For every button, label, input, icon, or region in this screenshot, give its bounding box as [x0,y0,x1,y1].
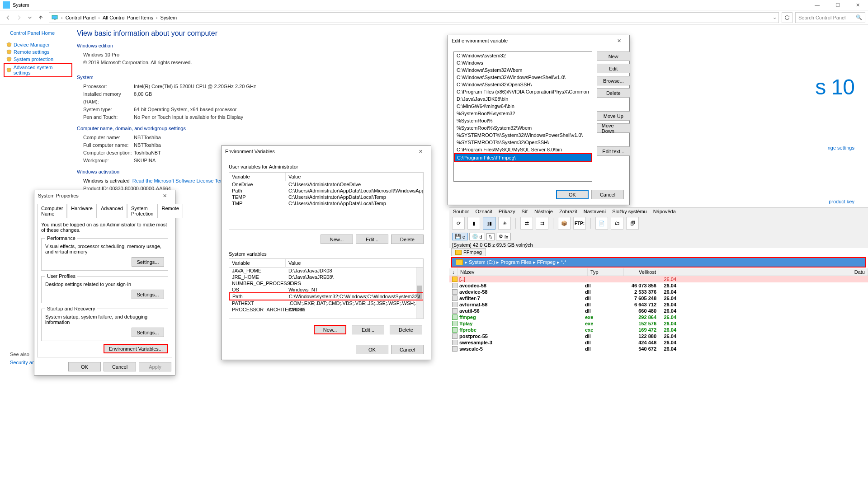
folder-tab[interactable]: FFmpeg [451,248,486,256]
user-edit-button[interactable]: Edit... [356,235,388,244]
col-variable[interactable]: Variable [229,259,286,267]
list-item[interactable]: OSWindows_NT [229,286,423,293]
path-item[interactable]: C:\Windows [454,59,592,66]
crumb-item[interactable]: All Control Panel Items [103,15,153,20]
menu-item[interactable]: Složky systému [612,209,646,214]
change-settings-link[interactable]: nge settings [828,145,854,150]
drive-d-button[interactable]: 💿 d [469,233,485,240]
cancel-button[interactable]: Cancel [591,190,624,199]
path-list[interactable]: C:\Windows\system32C:\WindowsC:\Windows\… [453,52,592,182]
file-row[interactable]: avformat-58dll6 643 71226.04 [449,301,868,308]
tab-remote[interactable]: Remote [157,204,183,218]
menu-item[interactable]: Nastavení [584,209,606,214]
file-row[interactable]: avdevice-58dll2 533 37626.04 [449,289,868,295]
environment-variables-button[interactable]: Environment Variables... [104,344,168,353]
sidebar-item-remote-settings[interactable]: Remote settings [6,48,72,56]
ftp-button[interactable]: FTP: [573,217,586,230]
path-movedown-button[interactable]: Move Down [597,123,630,133]
path-edittext-button[interactable]: Edit text... [597,146,630,156]
path-item-editing[interactable] [454,153,592,162]
history-dropdown[interactable] [24,12,35,23]
file-row[interactable]: ffprobeexe169 47226.04 [449,327,868,333]
sidebar-item-device-manager[interactable]: Device Manager [6,41,72,48]
menu-item[interactable]: Nápověda [653,209,676,214]
crumb-item[interactable]: Control Panel [66,15,96,20]
path-new-button[interactable]: New [597,52,630,61]
path-item[interactable]: C:\MinGW64\mingw64\bin [454,103,592,110]
maximize-button[interactable]: ☐ [827,0,848,10]
close-icon[interactable]: ✕ [612,38,626,44]
ok-button[interactable]: OK [556,190,589,199]
path-item[interactable]: %SYSTEMROOT%\System32\WindowsPowerShell\… [454,131,592,139]
list-item[interactable]: JRE_HOMED:\Java\JavaJRE08\ [229,274,423,280]
path-moveup-button[interactable]: Move Up [597,111,630,121]
ok-button[interactable]: OK [356,345,388,354]
col-type[interactable]: Typ [588,268,624,276]
file-row[interactable]: swscale-5dll540 67226.04 [449,346,868,352]
list-item[interactable]: JAVA_HOMED:\Java\JavaJDK08 [229,267,423,274]
swap-icon[interactable]: ⇄ [520,217,533,230]
list-item[interactable]: PathC:\Windows\system32;C:\Windows;C:\Wi… [229,292,424,300]
close-icon[interactable]: ✕ [414,149,427,155]
path-edit-input[interactable] [455,154,591,161]
copy-icon[interactable]: 🗐 [626,217,639,230]
path-item[interactable]: %SystemRoot%\System32\Wbem [454,124,592,131]
sys-new-button[interactable]: New... [314,325,346,334]
path-edit-button[interactable]: Edit [597,64,630,73]
path-item[interactable]: C:\Windows\system32 [454,52,592,59]
crumb-item[interactable]: System [160,15,177,20]
profiles-settings-button[interactable]: Settings... [132,290,164,299]
tab-advanced[interactable]: Advanced [97,204,127,218]
sys-edit-button[interactable]: Edit... [352,325,384,334]
list-item[interactable]: PROCESSOR_ARCHITECTUREAMD64 [229,306,423,313]
apply-button[interactable]: Apply [139,362,171,371]
ok-button[interactable]: OK [68,362,101,371]
startup-settings-button[interactable]: Settings... [132,328,164,337]
col-size[interactable]: Velikost [624,268,659,276]
search-input[interactable]: Search Control Panel 🔍 [795,12,865,23]
menu-item[interactable]: Síť [521,209,528,214]
file-list[interactable]: [..]26.04avcodec-58dll46 073 85626.04avd… [449,276,868,352]
col-date[interactable]: Datu [659,268,868,276]
equal-icon[interactable]: ⇉ [536,217,548,230]
tab-computer-name[interactable]: Computer Name [37,204,67,218]
forward-button[interactable] [14,12,24,23]
back-button[interactable] [3,12,14,23]
path-item[interactable]: C:\Program Files (x86)\NVIDIA Corporatio… [454,88,592,95]
zip-icon[interactable]: 📦 [558,217,571,230]
minimize-button[interactable]: — [807,0,827,10]
list-item[interactable]: TMPC:\Users\Administrator\AppData\Local\… [229,200,423,206]
menu-item[interactable]: Označit [475,209,492,214]
view-split-icon[interactable]: ▯▮ [483,217,495,230]
view-icon[interactable]: ▮ [467,217,480,230]
tab-system-protection[interactable]: System Protection [127,204,158,218]
file-row[interactable]: ffplayexe152 57626.04 [449,320,868,327]
path-item[interactable]: %SYSTEMROOT%\System32\OpenSSH\ [454,139,592,146]
list-item[interactable]: PATHEXT.COM;.EXE;.BAT;.CMD;.VBS;.VBE;.JS… [229,300,423,306]
sidebar-item-advanced-settings[interactable]: Advanced system settings [4,63,72,77]
notepad-icon[interactable]: 📄 [595,217,608,230]
file-row[interactable]: swresample-3dll424 44826.04 [449,339,868,346]
breadcrumb[interactable]: › Control Panel › All Control Panel Item… [49,12,779,23]
path-item[interactable]: C:\Windows\System32\OpenSSH\ [454,81,592,88]
file-row[interactable]: avutil-56dll660 48026.04 [449,308,868,314]
menu-item[interactable]: Zobrazit [559,209,577,214]
sys-delete-button[interactable]: Delete [390,325,422,334]
col-value[interactable]: Value [286,173,423,181]
user-new-button[interactable]: New... [321,235,353,244]
user-vars-list[interactable]: OneDriveC:\Users\Administrator\OneDriveP… [229,181,424,230]
refresh-button[interactable] [782,12,793,23]
close-button[interactable]: ✕ [848,0,868,10]
performance-settings-button[interactable]: Settings... [132,257,164,267]
path-delete-button[interactable]: Delete [597,88,630,98]
cancel-button[interactable]: Cancel [391,345,424,354]
drive-c-button[interactable]: 💾 c [452,233,468,240]
cancel-button[interactable]: Cancel [104,362,136,371]
drive-network-button[interactable]: \\ [486,233,495,240]
file-row[interactable]: avcodec-58dll46 073 85626.04 [449,282,868,289]
path-browse-button[interactable]: Browse... [597,76,630,85]
sidebar-item-system-protection[interactable]: System protection [6,56,72,63]
license-terms-link[interactable]: Read the Microsoft Software License Term… [132,177,229,185]
col-variable[interactable]: Variable [229,173,286,181]
file-row[interactable]: postproc-55dll122 88026.04 [449,333,868,339]
